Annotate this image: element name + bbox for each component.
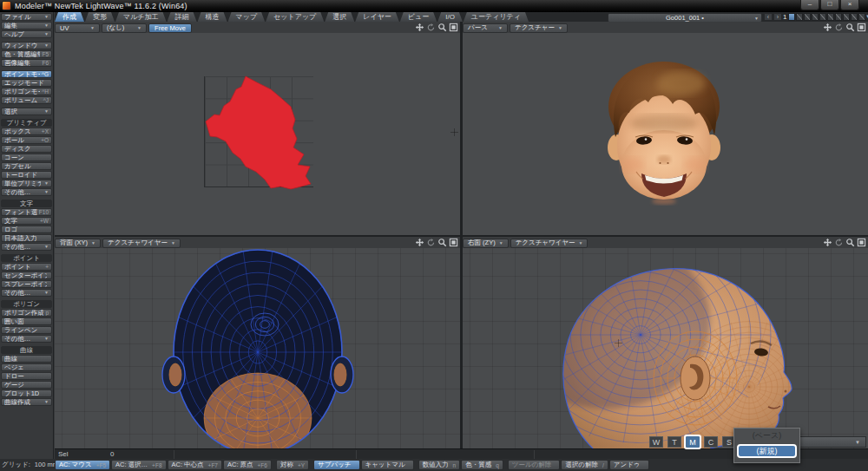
rotate-icon[interactable] <box>426 23 436 32</box>
sidebar-item[interactable]: ラインペン ▼ <box>1 326 52 334</box>
zoom-icon[interactable] <box>437 238 447 247</box>
layer-slot[interactable] <box>812 13 819 21</box>
viewport-control[interactable]: UV▼ <box>55 23 100 33</box>
viewport-control[interactable]: 背面 (XY)▼ <box>55 239 101 248</box>
zoom-icon[interactable] <box>845 238 855 247</box>
sidebar-item[interactable]: スプレーポイント ▼ <box>1 280 52 288</box>
sidebar-item[interactable]: コーン ▼ <box>1 154 52 161</box>
zoom-icon[interactable] <box>437 23 447 32</box>
sidebar-item[interactable]: プロット1D ▼ <box>1 389 52 397</box>
sidebar-item[interactable]: カプセル ▼ <box>1 162 52 170</box>
maximize-icon[interactable] <box>857 238 866 247</box>
pan-icon[interactable] <box>823 238 832 247</box>
layer-slot[interactable] <box>843 13 850 21</box>
menu-tab[interactable]: 選択 <box>325 12 354 22</box>
sidebar-item[interactable]: トーロイド ▼ <box>1 171 52 179</box>
sidebar-item[interactable]: 曲線 ▼ <box>1 355 52 363</box>
sidebar-item[interactable]: ゲージ ▼ <box>1 381 52 389</box>
sidebar-item[interactable]: センターポイント追加 ▼ <box>1 271 52 279</box>
vmap-type-button[interactable]: M <box>686 436 700 448</box>
menu-tab[interactable]: 詳細 <box>168 12 197 22</box>
vmap-type-button[interactable]: C <box>704 436 718 448</box>
layer-slot[interactable] <box>788 13 795 21</box>
title-bar[interactable]: Modeler™ NewTek LightWave™ 11.6.2 (Win64… <box>0 0 868 12</box>
sidebar-item[interactable]: ボリューム ^J ▼ <box>1 96 52 104</box>
mode-button[interactable]: AC: 選択… +F8 <box>111 460 166 470</box>
sidebar-item[interactable]: ポイントモード ^G ▼ <box>1 70 52 78</box>
sidebar-item[interactable]: ウィンドウ ▼ <box>1 42 52 49</box>
viewport-control[interactable]: Free Move▼ <box>148 23 192 33</box>
maximize-icon[interactable] <box>449 238 458 247</box>
sidebar-item[interactable]: 文字 ▼ <box>1 200 52 207</box>
sidebar-item[interactable]: 色・質感編集 F5 ▼ <box>1 50 52 58</box>
sidebar-item[interactable]: ボックス +X ▼ <box>1 128 52 135</box>
rotate-icon[interactable] <box>834 238 844 247</box>
mode-button[interactable]: 数値入力 n <box>418 460 461 470</box>
sidebar-item[interactable]: ポリゴン作成 p ▼ <box>1 309 52 317</box>
sidebar-item[interactable]: 囲い面 ▼ <box>1 317 52 325</box>
viewport-perspective-canvas[interactable] <box>463 33 868 235</box>
layer-slot[interactable] <box>851 13 858 21</box>
sidebar-item[interactable]: 曲線 ▼ <box>1 346 52 354</box>
viewport-back-canvas[interactable] <box>55 248 460 448</box>
layer-slot[interactable] <box>858 13 865 21</box>
prev-object-button[interactable]: ‹ <box>764 13 773 21</box>
pan-icon[interactable] <box>415 238 424 247</box>
maximize-icon[interactable] <box>449 23 458 32</box>
rotate-icon[interactable] <box>426 238 436 247</box>
viewport-divider-horizontal[interactable] <box>55 235 868 237</box>
layer-slot[interactable] <box>827 13 834 21</box>
menu-tab[interactable]: I/O <box>437 12 463 22</box>
sidebar-item[interactable]: 単位プリミティブ… ▼ <box>1 180 52 187</box>
sidebar-item[interactable]: その他… ▼ <box>1 335 52 343</box>
viewport-control[interactable]: 右面 (ZY)▼ <box>463 239 509 248</box>
vmap-type-button[interactable]: T <box>667 436 681 448</box>
rotate-icon[interactable] <box>834 23 844 32</box>
sidebar-item[interactable]: その他… ▼ <box>1 289 52 297</box>
sidebar-item[interactable]: その他… ▼ <box>1 188 52 196</box>
sidebar-item[interactable]: 画像編集 F6 ▼ <box>1 59 52 67</box>
zoom-icon[interactable] <box>845 23 855 32</box>
viewport-right-canvas[interactable] <box>463 248 868 448</box>
sidebar-item[interactable]: プリミティブ ▼ <box>1 119 52 127</box>
sidebar-item[interactable]: 曲線作成 ▼ <box>1 398 52 406</box>
menu-tab[interactable]: レイヤー <box>355 12 399 22</box>
menu-tab[interactable]: マップ <box>228 12 266 22</box>
pan-icon[interactable] <box>415 23 424 32</box>
sidebar-item[interactable]: ヘルプ ▼ <box>1 30 52 38</box>
viewport-control[interactable]: パース▼ <box>463 23 508 33</box>
sidebar-item[interactable]: ロゴ ▼ <box>1 226 52 233</box>
sidebar-item[interactable]: ディスク ▼ <box>1 145 52 153</box>
sidebar-item[interactable]: ポイント + ▼ <box>1 263 52 271</box>
layer-slot[interactable] <box>796 13 803 21</box>
menu-tab[interactable]: 構造 <box>198 12 227 22</box>
sidebar-item[interactable]: ポイント ▼ <box>1 254 52 262</box>
window-button[interactable]: □ <box>820 0 839 10</box>
sidebar-item[interactable]: 文字 +W ▼ <box>1 217 52 225</box>
next-object-button[interactable]: › <box>773 13 782 21</box>
mode-button[interactable]: アンドゥ <box>609 460 649 470</box>
sidebar-item[interactable]: 編集 ▼ <box>1 22 52 29</box>
sidebar-item[interactable]: ポリゴンモード ^H ▼ <box>1 88 52 95</box>
layer-slot[interactable] <box>835 13 842 21</box>
mode-button[interactable]: AC: 中心点 +F7 <box>168 460 222 470</box>
pan-icon[interactable] <box>823 23 832 32</box>
sidebar-item[interactable]: ドロー ▼ <box>1 372 52 380</box>
menu-tab[interactable]: 作成 <box>55 12 84 22</box>
window-button[interactable]: × <box>840 0 859 10</box>
sidebar-item[interactable]: 日本語入力 ▼ <box>1 234 52 242</box>
sidebar-item[interactable]: 選択 ▼ <box>1 108 52 115</box>
layer-slot[interactable] <box>804 13 811 21</box>
mode-button[interactable]: キャットマル <box>361 460 414 470</box>
sidebar-item[interactable]: ポリゴン ▼ <box>1 300 52 308</box>
menu-tab[interactable]: マルチ加工 <box>115 12 167 22</box>
window-button[interactable]: – <box>800 0 819 10</box>
mode-button[interactable]: サブパッチ <box>313 460 359 470</box>
sidebar-item[interactable]: ボール +O ▼ <box>1 136 52 144</box>
mode-button[interactable]: 色・質感 q <box>461 460 503 470</box>
vmap-popup-item[interactable]: (ベース) <box>737 429 797 443</box>
mode-button[interactable]: AC: マウス +F5 <box>55 460 110 470</box>
vmap-type-button[interactable]: W <box>649 436 663 448</box>
vmap-popup-item[interactable]: (新規) <box>737 444 797 458</box>
mode-button[interactable]: AC: 原点 +F6 <box>223 460 272 470</box>
